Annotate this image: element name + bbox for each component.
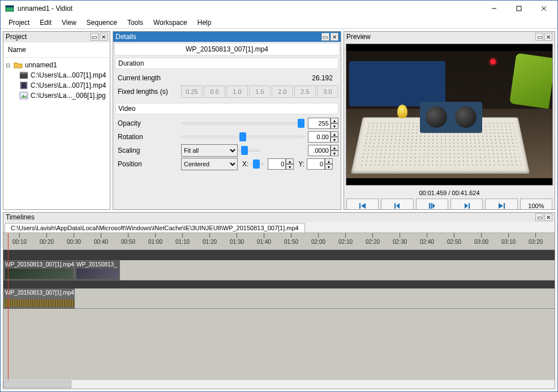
menu-sequence[interactable]: Sequence: [82, 18, 122, 28]
opacity-label: Opacity: [115, 119, 181, 127]
ruler-label: 02:10: [338, 239, 353, 245]
next-frame-button[interactable]: [450, 199, 483, 209]
fixed-btn-30[interactable]: 3.0: [317, 85, 338, 98]
spin-down-icon[interactable]: ▼: [330, 137, 338, 143]
scaling-slider[interactable]: [238, 144, 260, 157]
svg-rect-13: [359, 203, 360, 209]
video-track[interactable]: WP_20150813_007[1].mp4 WP_20150813_: [3, 260, 555, 281]
empty-track-area[interactable]: [3, 309, 555, 360]
prev-frame-button[interactable]: [381, 199, 413, 209]
tree-root[interactable]: ⊟ unnamed1: [6, 60, 108, 70]
svg-marker-16: [396, 203, 400, 209]
spin-up-icon[interactable]: ▲: [330, 118, 338, 123]
menu-project[interactable]: Project: [4, 18, 34, 28]
restore-icon[interactable]: ▭: [321, 33, 329, 41]
timeline-clip[interactable]: WP_20150813_007[1].mp4: [3, 288, 75, 309]
details-panel-header[interactable]: Details ▭ ✕: [113, 32, 341, 42]
menu-help[interactable]: Help: [193, 18, 216, 28]
rotation-slider[interactable]: [181, 131, 304, 143]
play-pause-button[interactable]: [416, 199, 448, 209]
minimize-button[interactable]: [482, 1, 507, 16]
restore-icon[interactable]: ▭: [535, 33, 543, 41]
goto-start-button[interactable]: [346, 199, 379, 209]
section-video: Video: [115, 103, 338, 114]
maximize-button[interactable]: [507, 1, 531, 16]
spin-up-icon[interactable]: ▲: [330, 131, 338, 137]
viewer-bottom-bar: [346, 178, 552, 185]
timeline-tracks[interactable]: WP_20150813_007[1].mp4 WP_20150813_ WP_2…: [3, 250, 555, 380]
fixed-btn-25[interactable]: 2.5: [294, 85, 316, 98]
ruler-label: 03:20: [529, 239, 543, 245]
menu-edit[interactable]: Edit: [35, 18, 56, 28]
menu-tools[interactable]: Tools: [123, 18, 148, 28]
close-icon[interactable]: ✕: [100, 33, 108, 41]
svg-marker-20: [465, 203, 468, 209]
timeline-tab[interactable]: C:\Users\Lavish\AppData\Local\Microsoft\…: [5, 223, 305, 232]
rotation-value[interactable]: [308, 131, 330, 143]
playhead[interactable]: [8, 233, 8, 249]
section-duration: Duration: [115, 58, 338, 69]
preview-panel-header[interactable]: Preview ▭ ✕: [344, 32, 555, 42]
fixed-btn-15[interactable]: 1.5: [249, 85, 271, 98]
spin-down-icon[interactable]: ▼: [325, 164, 333, 170]
close-icon[interactable]: ✕: [544, 213, 552, 221]
film-icon: [19, 81, 28, 90]
folder-icon: [14, 61, 23, 70]
preview-viewport[interactable]: [346, 51, 552, 178]
playhead[interactable]: [8, 250, 8, 380]
ruler-label: 01:40: [257, 239, 271, 245]
timeline-clip[interactable]: WP_20150813_007[1].mp4: [3, 260, 75, 281]
tree-item[interactable]: C:\Users\La...007[1].mp4: [6, 70, 108, 80]
restore-icon[interactable]: ▭: [91, 33, 98, 41]
fixed-btn-05[interactable]: 0.5: [204, 85, 225, 98]
timeline-ruler[interactable]: 00:1000:2000:3000:4000:5001:0001:1001:20…: [3, 233, 555, 250]
ruler-label: 03:00: [474, 239, 488, 245]
scaling-select[interactable]: Fit all: [181, 144, 238, 157]
opacity-slider[interactable]: [181, 117, 304, 130]
svg-rect-1: [6, 6, 14, 7]
pos-x-slider[interactable]: [251, 158, 264, 170]
menu-view[interactable]: View: [57, 18, 81, 28]
project-panel-header[interactable]: Project ▭ ✕: [3, 32, 110, 42]
close-icon[interactable]: ✕: [544, 33, 552, 41]
spin-up-icon[interactable]: ▲: [325, 158, 333, 164]
pos-x-label: X:: [242, 160, 248, 168]
fixed-btn-10[interactable]: 1.0: [226, 85, 248, 98]
close-icon[interactable]: ✕: [330, 33, 338, 41]
position-select[interactable]: Centered: [181, 158, 238, 170]
scaling-value[interactable]: [308, 145, 330, 156]
zoom-level[interactable]: 100%: [520, 199, 552, 209]
goto-end-button[interactable]: [485, 199, 517, 209]
spin-down-icon[interactable]: ▼: [330, 123, 338, 129]
spin-down-icon[interactable]: ▼: [286, 164, 294, 170]
svg-rect-10: [26, 82, 27, 89]
menu-workspace[interactable]: Workspace: [149, 18, 192, 28]
svg-rect-6: [20, 74, 28, 79]
pos-x-value[interactable]: [268, 158, 286, 170]
horizontal-scrollbar[interactable]: [3, 380, 555, 389]
svg-rect-15: [394, 203, 396, 209]
fixed-btn-20[interactable]: 2.0: [272, 85, 293, 98]
project-tree[interactable]: ⊟ unnamed1 C:\Users\La...007[1].mp4 C:\U…: [3, 58, 110, 103]
fixed-btn-025[interactable]: 0.25: [181, 85, 203, 98]
spin-up-icon[interactable]: ▲: [286, 158, 294, 164]
tree-item[interactable]: C:\Users\La...007[1].mp4: [6, 80, 108, 91]
spin-up-icon[interactable]: ▲: [330, 145, 338, 150]
project-column-header[interactable]: Name: [3, 42, 110, 58]
timeline-clip[interactable]: WP_20150813_: [75, 260, 120, 281]
collapse-icon[interactable]: ⊟: [6, 62, 11, 68]
clapper-icon: [19, 71, 28, 80]
timelines-panel-header[interactable]: Timelines ▭ ✕: [3, 213, 555, 222]
video-track-2[interactable]: WP_20150813_007[1].mp4: [3, 288, 555, 309]
timelines-panel: Timelines ▭ ✕ C:\Users\Lavish\AppData\Lo…: [3, 212, 555, 389]
pos-y-label: Y:: [298, 160, 304, 168]
menubar: Project Edit View Sequence Tools Workspa…: [1, 16, 557, 29]
pos-y-value[interactable]: [307, 158, 325, 170]
tree-item[interactable]: C:\Users\La..._006[1].jpg: [6, 91, 108, 101]
opacity-value[interactable]: [308, 118, 330, 129]
spin-down-icon[interactable]: ▼: [330, 150, 338, 156]
restore-icon[interactable]: ▭: [535, 213, 543, 221]
close-button[interactable]: [531, 1, 556, 16]
transport-controls: 100%: [344, 199, 555, 209]
rotation-label: Rotation: [115, 133, 181, 141]
